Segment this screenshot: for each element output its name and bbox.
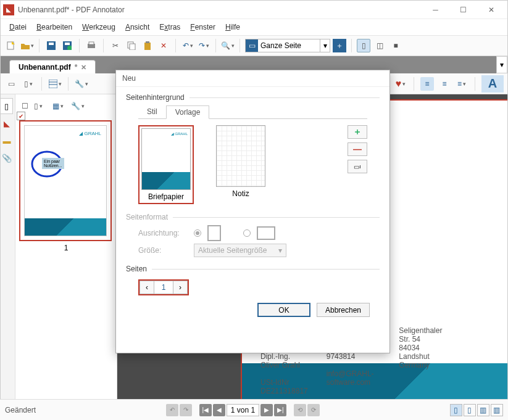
cut-icon[interactable]: ✂: [109, 39, 122, 52]
zoom-combo[interactable]: ▭ ▾: [245, 39, 330, 52]
orientation-label: Ausrichtung:: [138, 229, 188, 237]
save-icon[interactable]: [44, 39, 58, 52]
nav-first-icon[interactable]: |◀: [199, 404, 212, 416]
ok-button[interactable]: OK: [257, 303, 310, 317]
copy-icon[interactable]: [125, 39, 138, 52]
page-count-input[interactable]: [154, 281, 173, 294]
side-tab-notes[interactable]: ▬: [1, 133, 13, 149]
paste-icon[interactable]: [141, 39, 154, 52]
main-toolbar: ✂ ✕ ↶ ↷ 🔍 ▭ ▾ ＋ ▯ ◫ ■: [1, 35, 507, 56]
menu-hilfe[interactable]: Hilfe: [222, 22, 244, 33]
titlebar: ◣ Unbenannt.pdf* - PDF Annotator ─ ☐ ✕: [1, 1, 507, 19]
dialog-title: Neu: [116, 70, 389, 87]
svg-rect-7: [89, 42, 94, 44]
zoom-dropdown-icon[interactable]: ▾: [320, 39, 330, 52]
page-count-decrement[interactable]: ‹: [139, 281, 154, 294]
thumb-settings-icon[interactable]: 🔧: [72, 101, 83, 112]
section-pages-label: Seiten: [126, 265, 147, 273]
favorite-icon[interactable]: ♥: [394, 77, 407, 91]
nav-back-icon[interactable]: ⟲: [294, 404, 306, 416]
app-icon: ◣: [3, 4, 14, 15]
text-tool-button[interactable]: A: [481, 75, 504, 93]
template-rename-button[interactable]: ▭I: [348, 160, 367, 173]
page-thumbnail[interactable]: ◢ GRAHL Ein paarNotizen...: [19, 120, 112, 241]
nav-rotate-left-icon[interactable]: ↶: [166, 404, 178, 416]
blank-page-icon[interactable]: ▭: [4, 77, 18, 91]
find-icon[interactable]: 🔍: [221, 39, 235, 52]
view-single-icon[interactable]: ▯: [450, 404, 462, 416]
page-icon[interactable]: ▯: [22, 77, 35, 91]
open-icon[interactable]: [20, 39, 34, 52]
redo-icon[interactable]: ↷: [197, 39, 210, 52]
page-fit-icon: ▭: [246, 39, 258, 52]
close-button[interactable]: ✕: [477, 1, 505, 19]
cancel-button[interactable]: Abbrechen: [317, 303, 370, 317]
side-tab-pages[interactable]: ▯: [1, 98, 13, 114]
template-notiz[interactable]: Notiz: [216, 125, 265, 204]
template-add-button[interactable]: ＋: [348, 125, 367, 139]
orientation-portrait-radio: [194, 229, 201, 237]
thumbnails-panel: ☐ ▯ ▦ 🔧 ✔ ◢ GRAHL Ein paarNotizen... 1: [15, 94, 117, 418]
thumb-checkbox[interactable]: ✔: [17, 112, 25, 120]
print-icon[interactable]: [85, 39, 98, 52]
thumb-page-icon[interactable]: ▯: [33, 101, 44, 112]
view-book-icon[interactable]: ▥: [491, 404, 503, 416]
align-left-icon[interactable]: ≡: [420, 77, 434, 91]
svg-rect-11: [146, 41, 149, 43]
menu-datei[interactable]: Datei: [6, 22, 30, 33]
view-continuous-icon[interactable]: ▯: [464, 404, 476, 416]
side-tab-bookmarks[interactable]: ◣: [1, 115, 13, 131]
nav-next-icon[interactable]: ▶: [260, 404, 273, 416]
layout1-icon[interactable]: ▯: [357, 39, 370, 52]
align-center-icon[interactable]: ≡: [438, 77, 451, 91]
size-combo: Aktuelle Seitengröße▾: [194, 244, 286, 257]
delete-icon[interactable]: ✕: [157, 39, 170, 52]
tab-overflow-button[interactable]: ▾: [496, 56, 507, 73]
layout2-icon[interactable]: ◫: [373, 39, 386, 52]
zoom-add-button[interactable]: ＋: [333, 39, 346, 52]
page-indicator[interactable]: 1 von 1: [227, 404, 259, 416]
nav-prev-icon[interactable]: ◀: [213, 404, 225, 416]
tab-close-icon[interactable]: ✕: [81, 64, 86, 72]
fullscreen-icon[interactable]: ■: [389, 39, 402, 52]
template-notiz-label: Notiz: [216, 189, 265, 198]
zoom-input[interactable]: [258, 39, 320, 52]
template-remove-button[interactable]: —: [348, 142, 367, 156]
minimize-button[interactable]: ─: [422, 1, 449, 19]
menu-bearbeiten[interactable]: Bearbeiten: [33, 22, 76, 33]
view-two-page-icon[interactable]: ▥: [477, 404, 489, 416]
nav-rotate-right-icon[interactable]: ↷: [180, 404, 192, 416]
svg-rect-10: [144, 43, 151, 50]
document-tab[interactable]: Unbenannt.pdf* ✕: [9, 60, 96, 73]
bookmark-icon[interactable]: [48, 77, 62, 91]
menu-werkzeug[interactable]: Werkzeug: [78, 22, 119, 33]
document-tab-label: Unbenannt.pdf: [19, 63, 71, 72]
undo-icon[interactable]: ↶: [181, 39, 194, 52]
align-right-icon[interactable]: ≡: [455, 77, 468, 91]
new-dialog: Neu Seitenhintergrund Stil Vorlage ◢ GRA…: [115, 70, 390, 353]
tab-stil[interactable]: Stil: [138, 105, 166, 118]
thumb-grid-icon[interactable]: ▦: [52, 101, 64, 112]
menubar: Datei Bearbeiten Werkzeug Ansicht Extras…: [1, 19, 507, 35]
nav-forward-icon[interactable]: ⟳: [307, 404, 320, 416]
orientation-landscape-radio: [243, 229, 251, 237]
svg-rect-9: [130, 44, 135, 50]
menu-extras[interactable]: Extras: [156, 22, 184, 33]
section-format-label: Seitenformat: [126, 213, 168, 221]
tab-vorlage[interactable]: Vorlage: [166, 105, 210, 119]
thumb-select-icon[interactable]: ☐: [19, 101, 30, 112]
menu-fenster[interactable]: Fenster: [186, 22, 219, 33]
side-tab-attachments[interactable]: 📎: [1, 150, 13, 166]
page-nav: ↶ ↷ |◀ ◀ 1 von 1 ▶ ▶| ⟲ ⟳: [166, 404, 320, 416]
page-count-increment[interactable]: ›: [173, 281, 188, 294]
background-tabs: Stil Vorlage: [138, 105, 367, 119]
new-icon[interactable]: [4, 39, 18, 52]
svg-rect-4: [65, 43, 70, 45]
menu-ansicht[interactable]: Ansicht: [122, 22, 153, 33]
wrench-icon[interactable]: 🔧: [75, 77, 88, 91]
side-tabs: ▯ ◣ ▬ 📎: [1, 94, 15, 418]
save-as-icon[interactable]: [60, 39, 74, 52]
nav-last-icon[interactable]: ▶|: [274, 404, 286, 416]
maximize-button[interactable]: ☐: [449, 1, 477, 19]
template-briefpapier[interactable]: ◢ GRAHL Briefpapier: [138, 125, 194, 204]
